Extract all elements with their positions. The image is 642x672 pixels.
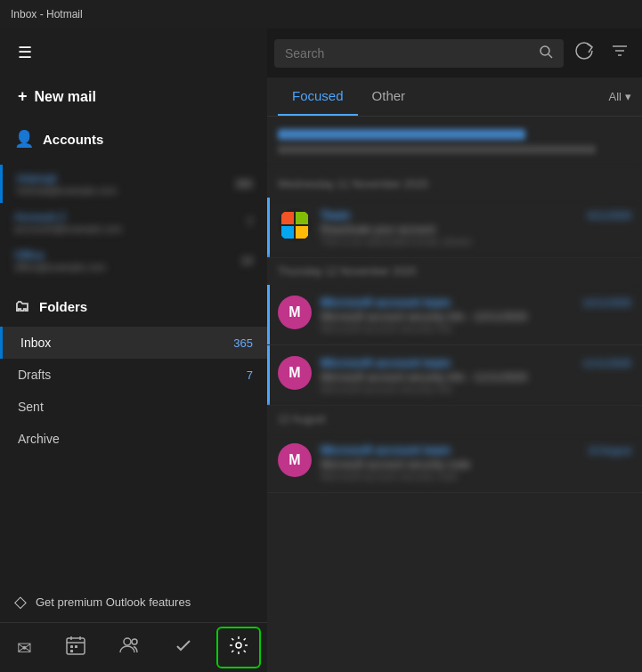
app-container: ☰ + New mail 👤 Accounts Hotmail hotmail@… xyxy=(0,28,642,672)
accounts-section: 👤 Accounts xyxy=(0,117,267,161)
email-preview-ms-1: Microsoft account security info xyxy=(321,323,631,334)
email-preview-team: This is an automated email, please xyxy=(321,236,631,247)
new-mail-label: New mail xyxy=(35,89,96,105)
email-time-ms-2: 11/11/2020 xyxy=(582,358,631,368)
search-icon-button[interactable] xyxy=(539,45,553,62)
folder-name-archive: Archive xyxy=(18,432,253,446)
email-sender-ms-3: Microsoft account team xyxy=(321,443,451,457)
folder-name-inbox: Inbox xyxy=(20,336,233,350)
date-separator-3: 12 August xyxy=(267,406,642,433)
email-body-ms-2: Microsoft account team 11/11/2020 Micros… xyxy=(321,356,631,394)
calendar-nav-button[interactable] xyxy=(55,628,96,667)
main-content: Focused Other All ▾ Wednesday 11 Novembe… xyxy=(267,28,642,672)
premium-banner[interactable]: ◇ Get premium Outlook features xyxy=(0,581,267,622)
filter-button[interactable] xyxy=(605,36,635,70)
email-time-team: 6/11/2020 xyxy=(588,210,631,221)
email-list: Wednesday 11 November 2020 Team 6/11 xyxy=(267,117,642,672)
svg-rect-6 xyxy=(70,650,73,652)
svg-rect-18 xyxy=(281,226,294,239)
search-bar xyxy=(267,28,642,77)
folder-item-drafts[interactable]: Drafts 7 xyxy=(0,359,267,391)
tab-other[interactable]: Other xyxy=(358,77,420,116)
email-avatar-ms-3: M xyxy=(278,443,312,477)
email-item-ms-3[interactable]: M Microsoft account team 10 August Micro… xyxy=(267,433,642,493)
email-preview-ms-3: Microsoft account security code xyxy=(321,471,631,482)
premium-label: Get premium Outlook features xyxy=(36,595,191,609)
email-sender-team: Team xyxy=(321,208,350,222)
sidebar-top: ☰ xyxy=(0,28,267,77)
filter-label: All xyxy=(609,90,622,103)
email-item-blurred-top[interactable] xyxy=(267,117,642,171)
folders-section: 🗂 Folders xyxy=(0,283,267,327)
email-sender-ms-2: Microsoft account team xyxy=(321,356,451,369)
svg-rect-16 xyxy=(281,212,294,224)
refresh-button[interactable] xyxy=(569,36,599,70)
email-subject-ms-3: Microsoft account security code xyxy=(321,458,631,471)
email-time-ms-3: 10 August xyxy=(588,445,631,456)
svg-line-11 xyxy=(549,54,552,58)
hamburger-button[interactable]: ☰ xyxy=(14,39,36,66)
new-mail-icon: + xyxy=(18,87,28,106)
email-time-ms-1: 12/11/2020 xyxy=(582,297,631,308)
email-sender-ms-1: Microsoft account team xyxy=(321,296,451,309)
svg-point-9 xyxy=(236,643,241,648)
email-item-ms-1[interactable]: M Microsoft account team 12/11/2020 Micr… xyxy=(267,285,642,345)
tabs-bar: Focused Other All ▾ xyxy=(267,77,642,117)
search-input[interactable] xyxy=(285,46,532,61)
folder-item-sent[interactable]: Sent xyxy=(0,391,267,423)
svg-point-7 xyxy=(124,638,131,645)
folder-item-archive[interactable]: Archive xyxy=(0,423,267,455)
people-icon xyxy=(119,636,139,660)
email-avatar-team xyxy=(278,208,312,242)
sidebar: ☰ + New mail 👤 Accounts Hotmail hotmail@… xyxy=(0,28,267,672)
account-list: Hotmail hotmail@example.com 365 Account … xyxy=(0,161,267,283)
email-avatar-ms-1: M xyxy=(278,296,312,329)
account-item-hotmail[interactable]: Hotmail hotmail@example.com 365 xyxy=(0,165,267,203)
svg-rect-19 xyxy=(296,226,308,239)
tasks-nav-button[interactable] xyxy=(163,628,204,667)
svg-rect-17 xyxy=(296,212,308,224)
svg-point-10 xyxy=(540,46,549,55)
email-avatar-ms-2: M xyxy=(278,356,312,390)
svg-rect-5 xyxy=(75,645,77,648)
email-subject-ms-1: Microsoft account security info - 12/11/… xyxy=(321,311,631,323)
calendar-icon xyxy=(66,636,85,660)
email-body-team: Team 6/11/2020 Reactivate your account T… xyxy=(321,208,631,247)
account-item-office[interactable]: Office office@example.com 14 xyxy=(0,241,267,279)
email-item-ms-2[interactable]: M Microsoft account team 11/11/2020 Micr… xyxy=(267,345,642,406)
svg-rect-4 xyxy=(70,645,73,648)
folder-count-drafts: 7 xyxy=(247,368,253,382)
folder-name-sent: Sent xyxy=(18,400,253,414)
folder-name-drafts: Drafts xyxy=(18,368,247,382)
title-bar: Inbox - Hotmail xyxy=(0,0,642,28)
mail-nav-button[interactable]: ✉ xyxy=(6,630,43,666)
accounts-button[interactable]: 👤 Accounts xyxy=(14,120,253,158)
email-subject-ms-2: Microsoft account security info - 11/11/… xyxy=(321,371,631,384)
account-item-2[interactable]: Account 2 account2@example.com 7 xyxy=(0,203,267,241)
chevron-down-icon: ▾ xyxy=(625,90,631,103)
diamond-icon: ◇ xyxy=(14,592,27,611)
accounts-icon: 👤 xyxy=(14,129,34,149)
date-separator-1: Wednesday 11 November 2020 xyxy=(267,171,642,198)
tab-filter[interactable]: All ▾ xyxy=(609,90,631,103)
folder-count-inbox: 365 xyxy=(233,336,253,350)
folders-icon: 🗂 xyxy=(14,297,30,316)
folder-item-inbox[interactable]: Inbox 365 xyxy=(0,327,267,359)
settings-nav-button[interactable] xyxy=(216,627,261,668)
date-separator-2: Thursday 12 November 2020 xyxy=(267,258,642,285)
accounts-label: Accounts xyxy=(43,132,103,147)
tab-focused[interactable]: Focused xyxy=(278,77,358,116)
people-nav-button[interactable] xyxy=(109,628,150,667)
search-input-container xyxy=(274,39,564,68)
mail-icon: ✉ xyxy=(17,637,32,659)
email-body-ms-1: Microsoft account team 12/11/2020 Micros… xyxy=(321,296,631,334)
new-mail-section: + New mail xyxy=(0,77,267,117)
email-item-team[interactable]: Team 6/11/2020 Reactivate your account T… xyxy=(267,198,642,258)
new-mail-button[interactable]: + New mail xyxy=(14,80,100,113)
folders-label: Folders xyxy=(39,299,87,314)
folders-header: 🗂 Folders xyxy=(14,290,253,323)
folder-list: Inbox 365 Drafts 7 Sent Archive xyxy=(0,327,267,455)
settings-icon xyxy=(229,636,248,660)
title-bar-text: Inbox - Hotmail xyxy=(11,8,83,20)
tasks-icon xyxy=(174,636,193,660)
